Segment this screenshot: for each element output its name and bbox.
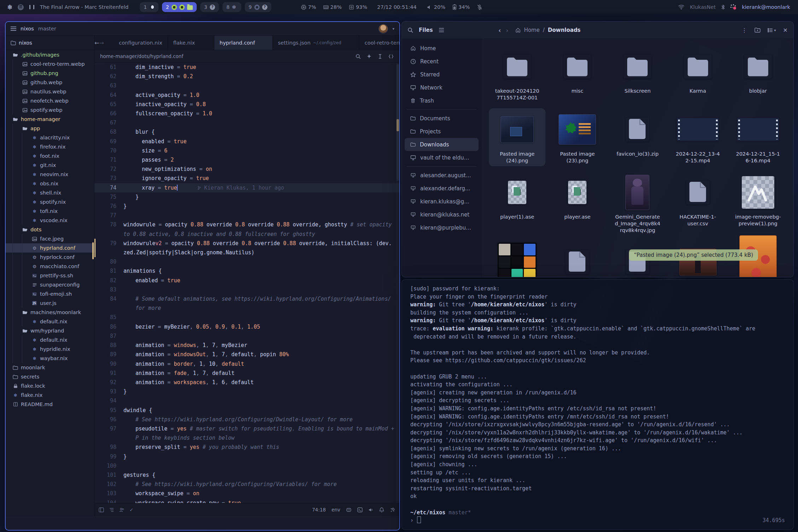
collab-panel-icon[interactable] — [119, 507, 125, 513]
sidebar-item-trash[interactable]: Trash — [405, 94, 479, 107]
tree-item-app[interactable]: app — [6, 124, 94, 133]
tree-item-prettify-ss.sh[interactable]: prettify-ss.sh — [6, 271, 94, 280]
grid-item-2024-12-21_15-16-16.mp4[interactable]: 2024-12-21_15-16-16.mp4 — [730, 108, 786, 166]
tree-item-README.md[interactable]: README.md — [6, 400, 94, 409]
sidebar-item-alexander-defarg-[interactable]: alexander.defarg… — [405, 182, 479, 195]
grid-item-player.ase[interactable]: player.ase — [549, 171, 606, 236]
copilot-icon[interactable] — [346, 507, 352, 513]
inline-assist-icon[interactable] — [377, 54, 383, 59]
files-window[interactable]: Files ‹ › Home / Downloads ⋮ ▾ — [401, 21, 794, 277]
tree-item-wm/hyprland[interactable]: wm/hyprland — [6, 326, 94, 335]
tree-item-foot.nix[interactable]: ❄foot.nix — [6, 151, 94, 161]
grid-item-blobjar[interactable]: blobjar — [730, 45, 786, 103]
project-panel-header[interactable]: nixos — [6, 36, 94, 50]
tree-item-waybar.nix[interactable]: ❄waybar.nix — [6, 354, 94, 363]
grid-item-Pasted image(24).png[interactable]: Pasted image(24).png — [489, 108, 545, 166]
sidebar-item-network[interactable]: Network — [405, 81, 479, 94]
tree-item-hypridle.nix[interactable]: ❄hypridle.nix — [6, 345, 94, 354]
project-panel-toggle-icon[interactable] — [99, 507, 104, 513]
tree-item-tofi-emoji.sh[interactable]: tofi-emoji.sh — [6, 289, 94, 299]
pause-icon[interactable] — [29, 5, 34, 9]
tree-item-sunpaperconfig[interactable]: sunpaperconfig — [6, 280, 94, 289]
tree-item-spotify.webp[interactable]: spotify.webp — [6, 105, 94, 115]
kebab-menu-icon[interactable]: ⋮ — [742, 27, 747, 34]
view-toggle-caret-icon[interactable]: ▾ — [774, 28, 776, 32]
breadcrumb[interactable]: home-manager/dots/hyprland.conf — [94, 50, 399, 63]
terminal-window[interactable]: [sudo] password for kierank:Place your f… — [401, 279, 794, 530]
avatar[interactable] — [378, 24, 388, 34]
menu-icon[interactable] — [11, 28, 16, 29]
sidebar-item-home[interactable]: Home — [405, 42, 479, 55]
tree-item-shell.nix[interactable]: ❄shell.nix — [6, 188, 94, 197]
git-branch-label[interactable]: master — [38, 26, 56, 31]
tree-item-hyprland.conf[interactable]: ⚙hyprland.conf — [6, 243, 94, 253]
workspace-9[interactable]: 9 — [245, 2, 271, 12]
sidebar-item-kieran-purplebu-[interactable]: kieran@purplebu… — [405, 221, 479, 234]
env-label[interactable]: env — [331, 507, 340, 513]
panel-scrollbar[interactable] — [92, 36, 94, 516]
grid-item-2024-12-22_13-42-15.mp4[interactable]: 2024-12-22_13-42-15.mp4 — [670, 108, 726, 166]
code-actions-icon[interactable] — [388, 54, 394, 59]
grid-item-Karma[interactable]: Karma — [670, 45, 726, 103]
tree-item-home-manager[interactable]: home-manager — [6, 115, 94, 124]
tab-flake.nix[interactable]: flake.nix — [168, 36, 214, 50]
sidebar-item-kieran-klukas-net[interactable]: kieran@klukas.net — [405, 208, 479, 221]
new-folder-icon[interactable] — [754, 28, 761, 33]
grid-item-player(1).ase[interactable]: player(1).ase — [489, 171, 545, 236]
sidebar-item-starred[interactable]: Starred — [405, 68, 479, 81]
back-button[interactable]: ‹ — [498, 27, 501, 34]
sidebar-menu-icon[interactable] — [439, 28, 444, 33]
grid-item-wrapped.png[interactable]: wrapped.png — [489, 241, 545, 277]
tree-item-tofi.nix[interactable]: ❄tofi.nix — [6, 207, 94, 216]
nixos-logo-icon[interactable]: ❄ — [7, 3, 13, 11]
workspace-3[interactable]: 3 — [200, 2, 219, 12]
terminal-prompt[interactable]: ›34.695s — [410, 516, 785, 525]
grid-item-Silkscreen[interactable]: Silkscreen — [609, 45, 666, 103]
grid-item-takeout-20241207T155714Z-001[interactable]: takeout-20241207T155714Z-001 — [489, 45, 545, 103]
media-title[interactable]: The Final Arrow - Marc Streitenfeld — [40, 4, 128, 10]
terminal-panel-icon[interactable] — [357, 507, 363, 513]
sidebar-item-vault-of-the-eldu-[interactable]: vault of the eldu… — [405, 151, 479, 164]
tree-item-cool-retro-term.webp[interactable]: cool-retro-term.webp — [6, 59, 94, 69]
tree-item-secrets[interactable]: secrets — [6, 372, 94, 381]
tree-item-neofetch.webp[interactable]: neofetch.webp — [6, 96, 94, 105]
zed-editor-window[interactable]: nixos master ▾ nixos .github/imagescool-… — [5, 21, 400, 531]
tree-item-firefox.nix[interactable]: ❄firefox.nix — [6, 142, 94, 151]
view-toggle-icon[interactable] — [768, 28, 773, 33]
notification-bell-icon[interactable] — [379, 507, 384, 513]
tab-hyprland.conf[interactable]: hyprland.conf — [214, 36, 273, 50]
tree-item-.github/images[interactable]: .github/images — [6, 50, 94, 59]
tray-icon[interactable] — [730, 4, 736, 10]
tree-item-git.nix[interactable]: ❄git.nix — [6, 161, 94, 170]
clock[interactable]: 27/12 00:51:44 — [377, 4, 417, 10]
grid-item-favicon_io(3).zip[interactable]: favicon_io(3).zip — [609, 108, 666, 166]
bluetooth-icon[interactable] — [721, 4, 725, 10]
search-icon[interactable] — [407, 27, 413, 33]
tab-configuration.nix[interactable]: configuration.nix — [104, 36, 168, 50]
media-player-icon[interactable] — [18, 4, 24, 10]
diagnostics-check-icon[interactable]: ✓ — [129, 507, 133, 513]
workspace-1[interactable]: 1 — [140, 2, 158, 12]
cursor-position[interactable]: 74:18 — [312, 507, 326, 513]
grid-item-image-removebg-preview(1).png[interactable]: image-removebg-preview(1).png — [730, 171, 786, 236]
wifi-icon[interactable] — [678, 5, 684, 10]
user-host-label[interactable]: kierank@moonlark — [742, 4, 790, 10]
tree-item-machines/moonlark[interactable]: machines/moonlark — [6, 308, 94, 317]
tree-item-macchiato.conf[interactable]: ⚙macchiato.conf — [6, 262, 94, 271]
workspace-2[interactable]: 2 — [162, 2, 197, 12]
outline-panel-icon[interactable] — [109, 507, 114, 513]
tree-item-alacritty.nix[interactable]: ❄alacritty.nix — [6, 133, 94, 142]
workspace-8[interactable]: 8 — [222, 2, 241, 12]
sidebar-item-kieran-klukas-g-[interactable]: kieran.klukas@g… — [405, 195, 479, 208]
tree-item-github.png[interactable]: github.png — [6, 69, 94, 78]
tree-item-user.js[interactable]: JSuser.js — [6, 299, 94, 308]
assistant-sparkle-icon[interactable] — [366, 54, 372, 59]
sidebar-item-projects[interactable]: Projects — [405, 125, 479, 138]
tree-item-neovim.nix[interactable]: ❄neovim.nix — [6, 170, 94, 179]
search-icon[interactable] — [355, 54, 361, 59]
sidebar-item-alesander-august-[interactable]: alesander.august… — [405, 169, 479, 182]
nav-forward-icon[interactable]: → — [99, 36, 104, 50]
network-name[interactable]: KlukasNet — [690, 4, 716, 10]
tree-item-hyprlock.conf[interactable]: ⚙hyprlock.conf — [6, 253, 94, 262]
sidebar-item-recent[interactable]: Recent — [405, 55, 479, 68]
